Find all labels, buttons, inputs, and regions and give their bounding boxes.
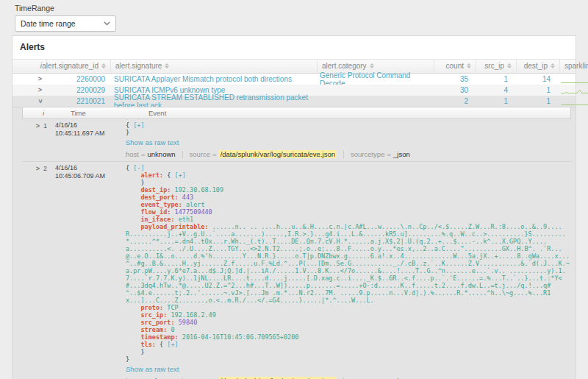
- json-punctuation: [126, 341, 140, 348]
- toggle-json-link[interactable]: [-]: [133, 164, 144, 171]
- json-punctuation: [126, 201, 140, 208]
- src-ip-value[interactable]: 1: [503, 75, 508, 83]
- header-count[interactable]: count: [434, 60, 476, 73]
- sort-icon[interactable]: [551, 63, 555, 68]
- json-punctuation: [126, 326, 140, 333]
- dest-ip-value[interactable]: 14: [542, 75, 551, 83]
- json-punctuation: }: [126, 348, 145, 355]
- json-string-value: eth1: [179, 216, 193, 223]
- expand-row-icon[interactable]: >: [38, 87, 42, 93]
- timerange-bar: TimeRange Date time range: [0, 0, 588, 32]
- dest-ip-value[interactable]: 1: [546, 86, 551, 94]
- json-punctuation: {: [126, 121, 133, 129]
- collapse-row-icon[interactable]: >: [37, 99, 43, 103]
- count-value[interactable]: 30: [460, 86, 468, 94]
- equals: =: [212, 150, 217, 158]
- table-row-expanded: > 2210021 SURICATA STREAM ESTABLISHED re…: [12, 96, 576, 107]
- divider: [343, 151, 344, 158]
- panel-title: Alerts: [12, 36, 576, 59]
- events-table-header: i Time Event: [22, 107, 571, 119]
- source-value[interactable]: /data/splunk/var/log/suricata/eve.json: [219, 150, 337, 158]
- expand-event-icon[interactable]: >: [36, 123, 40, 130]
- expand-row-icon[interactable]: >: [38, 76, 42, 82]
- sourcetype-value[interactable]: _json: [393, 150, 410, 158]
- json-punctuation: [126, 194, 140, 201]
- header-signature[interactable]: alert.signature: [111, 60, 318, 73]
- table-header: i alert.signature_id alert.signature ale…: [12, 59, 576, 74]
- event-date: 4/16/16: [55, 121, 126, 130]
- count-value[interactable]: 35: [460, 75, 468, 83]
- src-ip-value[interactable]: 4: [503, 86, 508, 94]
- timerange-dropdown[interactable]: Date time range: [15, 15, 116, 32]
- toggle-json-link[interactable]: [+]: [133, 121, 144, 129]
- source-label: source: [190, 150, 211, 158]
- sort-icon[interactable]: [370, 63, 374, 68]
- toggle-json-link[interactable]: [+]: [167, 341, 178, 348]
- sparkline-path: [561, 87, 588, 93]
- event-json: { [-] alert: { [+] } dest_ip: 192.30.68.…: [126, 164, 571, 363]
- show-raw-text-link[interactable]: Show as raw text: [126, 138, 179, 146]
- json-key: src_ip:: [140, 311, 167, 319]
- event-time: 4/16/16 10:45:06.709 AM: [55, 164, 126, 379]
- json-punctuation: [126, 311, 140, 319]
- events-header-event: Event: [145, 109, 570, 117]
- table-row: > 2260000 SURICATA Applayer Mismatch pro…: [12, 74, 576, 85]
- events-header-time: Time: [67, 109, 145, 117]
- events-header-i: i: [43, 109, 44, 117]
- signature-id-link[interactable]: 2260000: [76, 75, 105, 83]
- json-string-value: TCP: [167, 304, 178, 311]
- json-string-value: 0: [171, 326, 174, 333]
- json-punctuation: [126, 208, 140, 216]
- expand-event-icon[interactable]: >: [36, 166, 40, 172]
- signature-link[interactable]: SURICATA Applayer Mismatch protocol both…: [114, 75, 292, 83]
- json-key: dest_ip:: [140, 186, 171, 194]
- json-punctuation: [126, 333, 140, 341]
- json-key: alert:: [140, 171, 163, 179]
- sparkline-chart: [559, 75, 588, 84]
- json-punctuation: [126, 319, 140, 326]
- event-clock: 10:45:11.697 AM: [55, 130, 126, 138]
- json-punctuation: [126, 304, 140, 311]
- sparkline-path: [561, 77, 588, 83]
- dest-ip-value[interactable]: 1: [546, 97, 551, 105]
- json-string-value: 2016-04-16T10:45:06.709565+0200: [182, 333, 299, 341]
- signature-id-link[interactable]: 2200029: [76, 86, 105, 94]
- json-punctuation: {: [156, 341, 167, 348]
- sort-icon[interactable]: [101, 63, 106, 68]
- json-punctuation: [126, 171, 140, 179]
- json-key: stream:: [140, 326, 167, 333]
- divider: [182, 151, 183, 158]
- header-label: alert.signature_id: [42, 62, 98, 70]
- toggle-json-link[interactable]: [+]: [175, 171, 186, 179]
- json-punctuation: [126, 216, 140, 223]
- header-label: sparkline: [564, 62, 588, 70]
- timerange-value: Date time range: [21, 19, 76, 28]
- header-src-ip[interactable]: src_ip: [476, 60, 517, 73]
- json-punctuation: }: [126, 129, 129, 136]
- json-string-value: ......n.. .. ....h...u..&.H....c.n.|c.A#…: [126, 223, 570, 304]
- src-ip-value[interactable]: 1: [503, 97, 508, 105]
- event-date: 4/16/16: [55, 164, 126, 172]
- count-value[interactable]: 2: [464, 97, 468, 105]
- sort-icon[interactable]: [165, 63, 169, 68]
- event-clock: 10:45:06.709 AM: [55, 172, 126, 180]
- sort-icon[interactable]: [467, 63, 471, 68]
- json-punctuation: }: [126, 179, 145, 186]
- json-punctuation: {: [163, 171, 174, 179]
- sort-icon[interactable]: [507, 63, 512, 68]
- equals: =: [387, 150, 391, 158]
- json-key: event_type:: [140, 201, 182, 208]
- header-label: dest_ip: [524, 62, 548, 70]
- timerange-label: TimeRange: [15, 4, 588, 13]
- header-signature-id[interactable]: alert.signature_id: [47, 60, 111, 73]
- json-key: dest_port:: [140, 194, 178, 201]
- host-value[interactable]: unknown: [148, 150, 176, 158]
- signature-id-link[interactable]: 2210021: [76, 97, 105, 105]
- equals: =: [141, 150, 146, 158]
- json-string-value: alert: [186, 201, 205, 208]
- show-raw-text-link[interactable]: Show as raw text: [126, 365, 179, 373]
- json-punctuation: {: [126, 164, 133, 171]
- json-key: tls:: [140, 341, 155, 348]
- header-dest-ip[interactable]: dest_ip: [517, 60, 560, 73]
- header-sparkline[interactable]: sparkline: [560, 60, 588, 73]
